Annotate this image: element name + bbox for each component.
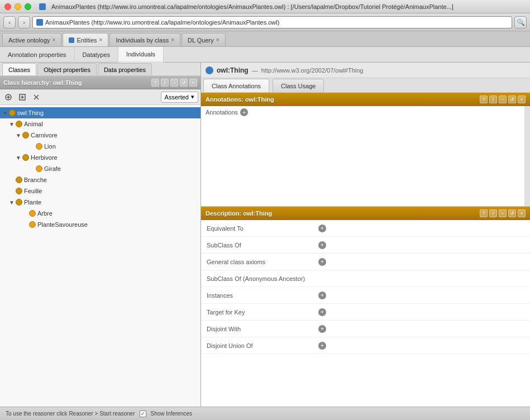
tab-close-icon[interactable]: × bbox=[99, 37, 103, 43]
tab-label: DL Query bbox=[188, 37, 214, 44]
close-button[interactable] bbox=[4, 3, 11, 10]
tab-label: Active ontology bbox=[8, 37, 50, 44]
tab-owl-icon bbox=[69, 37, 74, 43]
tree-toggle[interactable]: ▼ bbox=[2, 110, 9, 116]
add-general-axiom-btn[interactable]: + bbox=[318, 258, 326, 266]
tree-toggle[interactable]: ▼ bbox=[9, 199, 16, 206]
tree-toggle[interactable]: ▼ bbox=[16, 155, 22, 161]
sync-btn[interactable]: ↺ bbox=[508, 96, 516, 103]
tree-item-girafe[interactable]: Girafe bbox=[0, 163, 200, 174]
class-name: owl:Thing bbox=[217, 66, 249, 74]
class-tab-object-props[interactable]: Object properties bbox=[37, 63, 97, 75]
add-disjoint-with-btn[interactable]: + bbox=[318, 325, 326, 333]
help-icon-btn[interactable]: ? bbox=[151, 79, 159, 87]
desc-label: Target for Key bbox=[207, 309, 318, 316]
scroll-track[interactable] bbox=[524, 106, 530, 206]
desc-row-target-key: Target for Key + bbox=[201, 304, 530, 321]
add-annotation-btn[interactable]: + bbox=[240, 108, 248, 116]
asserted-dropdown[interactable]: Asserted ▾ bbox=[161, 92, 198, 103]
class-label: Carnivore bbox=[31, 132, 58, 139]
info-icon-btn[interactable]: i bbox=[161, 79, 169, 87]
show-inferences-checkbox[interactable]: ✓ bbox=[140, 411, 146, 417]
prop-tab-datatypes[interactable]: Datatypes bbox=[75, 47, 119, 63]
class-tree[interactable]: ▼ owl:Thing ▼ Animal ▼ Carnivore Lion bbox=[0, 105, 200, 407]
tree-item-carnivore[interactable]: ▼ Carnivore bbox=[0, 130, 200, 141]
add-subclass-btn[interactable] bbox=[2, 91, 15, 103]
class-label: owl:Thing bbox=[17, 109, 44, 116]
tree-item-animal[interactable]: ▼ Animal bbox=[0, 118, 200, 130]
class-dot bbox=[22, 154, 29, 161]
tree-toggle[interactable]: ▼ bbox=[9, 121, 16, 127]
desc-label: SubClass Of (Anonymous Ancestor) bbox=[207, 275, 318, 282]
class-dot bbox=[29, 221, 36, 228]
subtab-bar: Class Annotations Class Usage bbox=[201, 78, 530, 93]
tab-close-icon[interactable]: × bbox=[171, 37, 174, 43]
class-label: Girafe bbox=[44, 165, 61, 172]
tab-individuals-by-class[interactable]: Individuals by class × bbox=[109, 33, 180, 46]
tree-item-plantesavoureuse[interactable]: PlanteSavoureuse bbox=[0, 219, 200, 230]
add-equivalent-btn[interactable]: + bbox=[318, 225, 326, 232]
info-btn[interactable]: i bbox=[489, 96, 497, 103]
tree-item-feuille[interactable]: Feuille bbox=[0, 185, 200, 197]
class-tab-classes[interactable]: Classes bbox=[2, 63, 36, 75]
close-btn[interactable]: × bbox=[518, 96, 526, 103]
close-icon-btn[interactable]: × bbox=[189, 79, 197, 87]
prop-tab-individuals[interactable]: Individuals bbox=[118, 47, 164, 63]
subtab-class-usage[interactable]: Class Usage bbox=[273, 79, 324, 92]
description-section: Equivalent To + SubClass Of + General cl… bbox=[201, 220, 530, 407]
tab-dl-query[interactable]: DL Query × bbox=[182, 33, 226, 46]
search-button[interactable]: 🔍 bbox=[514, 16, 527, 28]
add-disjoint-union-btn[interactable]: + bbox=[318, 342, 326, 350]
subtab-class-annotations[interactable]: Class Annotations bbox=[203, 79, 269, 92]
tab-close-icon[interactable]: × bbox=[216, 37, 219, 43]
desc-close-btn[interactable]: × bbox=[518, 209, 526, 217]
add-target-key-btn[interactable]: + bbox=[318, 308, 326, 316]
class-label: Lion bbox=[44, 143, 56, 150]
tree-item-arbre[interactable]: Arbre bbox=[0, 208, 200, 219]
desc-row-equivalent: Equivalent To + bbox=[201, 220, 530, 237]
tab-close-icon[interactable]: × bbox=[52, 37, 56, 43]
tabbar: Active ontology × Entities × Individuals… bbox=[0, 31, 530, 47]
sync-icon-btn[interactable]: ↺ bbox=[180, 79, 188, 87]
desc-help-btn[interactable]: ? bbox=[480, 209, 488, 217]
tab-label: Entities bbox=[77, 37, 97, 44]
header-icons: ? i − ↺ × bbox=[151, 79, 197, 87]
class-tab-data-props[interactable]: Data properties bbox=[98, 63, 152, 75]
annotations-header: Annotations: owl:Thing ? i − ↺ × bbox=[201, 93, 530, 106]
minimize-button[interactable] bbox=[15, 3, 21, 10]
desc-label: General class axioms bbox=[207, 259, 318, 265]
delete-class-btn[interactable] bbox=[30, 91, 42, 103]
class-label: Feuille bbox=[24, 188, 42, 194]
class-separator: — bbox=[252, 67, 258, 74]
class-type-icon bbox=[206, 66, 213, 74]
desc-sync-btn[interactable]: ↺ bbox=[508, 209, 516, 217]
class-dot bbox=[36, 143, 42, 150]
minus-btn[interactable]: − bbox=[499, 96, 507, 103]
maximize-button[interactable] bbox=[25, 3, 31, 10]
desc-info-btn[interactable]: i bbox=[489, 209, 497, 217]
tree-item-lion[interactable]: Lion bbox=[0, 141, 200, 152]
address-field[interactable]: AnimauxPlantes (http://www.iro.umontreal… bbox=[32, 16, 512, 28]
class-dot bbox=[16, 121, 22, 127]
add-subclass-of-btn[interactable]: + bbox=[318, 241, 326, 249]
tree-toggle[interactable]: ▼ bbox=[16, 132, 22, 139]
desc-minus-btn[interactable]: − bbox=[499, 209, 507, 217]
help-btn[interactable]: ? bbox=[480, 96, 488, 103]
description-header: Description: owl:Thing ? i − ↺ × bbox=[201, 207, 530, 220]
tree-item-herbivore[interactable]: ▼ Herbivore bbox=[0, 152, 200, 163]
tab-entities[interactable]: Entities × bbox=[63, 33, 108, 46]
main-content: Classes Object properties Data propertie… bbox=[0, 63, 530, 407]
class-label: Branche bbox=[24, 176, 47, 183]
desc-label: Equivalent To bbox=[207, 225, 318, 232]
tree-item-branche[interactable]: Branche bbox=[0, 174, 200, 185]
add-sibling-btn[interactable] bbox=[16, 91, 28, 103]
prop-tab-label: Individuals bbox=[126, 51, 155, 58]
add-instance-btn[interactable]: + bbox=[318, 292, 326, 299]
tree-item-owl-thing[interactable]: ▼ owl:Thing bbox=[0, 107, 200, 118]
prop-tab-annotation[interactable]: Annotation properties bbox=[0, 47, 75, 63]
back-button[interactable]: ‹ bbox=[3, 16, 16, 28]
tree-item-plante[interactable]: ▼ Plante bbox=[0, 197, 200, 208]
minus-icon-btn[interactable]: − bbox=[170, 79, 178, 87]
tab-active-ontology[interactable]: Active ontology × bbox=[2, 33, 61, 46]
forward-button[interactable]: › bbox=[18, 16, 30, 28]
